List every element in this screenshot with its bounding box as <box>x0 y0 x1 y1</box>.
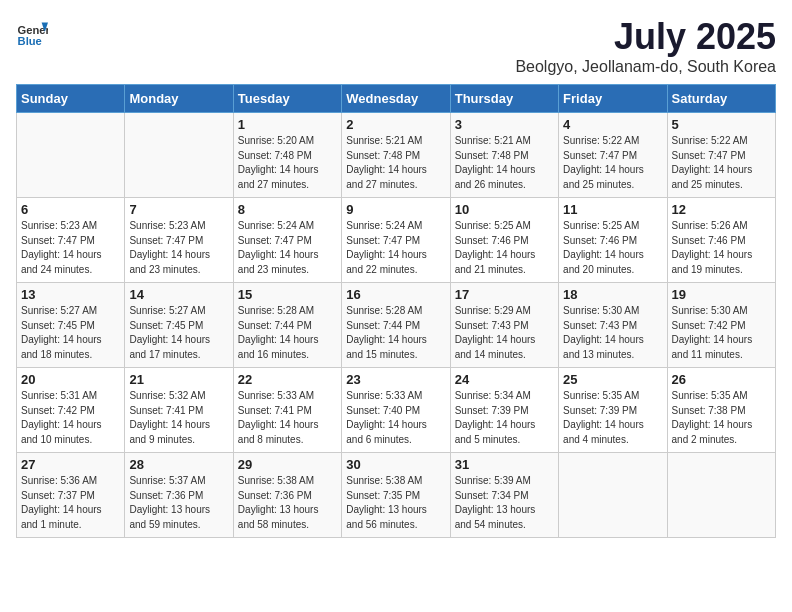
cell-info: Sunrise: 5:32 AM Sunset: 7:41 PM Dayligh… <box>129 389 228 447</box>
day-number: 29 <box>238 457 337 472</box>
calendar-table: SundayMondayTuesdayWednesdayThursdayFrid… <box>16 84 776 538</box>
cell-info: Sunrise: 5:27 AM Sunset: 7:45 PM Dayligh… <box>21 304 120 362</box>
day-number: 16 <box>346 287 445 302</box>
day-number: 5 <box>672 117 771 132</box>
day-header-saturday: Saturday <box>667 85 775 113</box>
cell-info: Sunrise: 5:30 AM Sunset: 7:43 PM Dayligh… <box>563 304 662 362</box>
calendar-cell: 19Sunrise: 5:30 AM Sunset: 7:42 PM Dayli… <box>667 283 775 368</box>
calendar-cell: 22Sunrise: 5:33 AM Sunset: 7:41 PM Dayli… <box>233 368 341 453</box>
day-number: 10 <box>455 202 554 217</box>
day-header-sunday: Sunday <box>17 85 125 113</box>
calendar-cell: 4Sunrise: 5:22 AM Sunset: 7:47 PM Daylig… <box>559 113 667 198</box>
calendar-cell: 29Sunrise: 5:38 AM Sunset: 7:36 PM Dayli… <box>233 453 341 538</box>
day-number: 1 <box>238 117 337 132</box>
cell-info: Sunrise: 5:23 AM Sunset: 7:47 PM Dayligh… <box>21 219 120 277</box>
cell-info: Sunrise: 5:21 AM Sunset: 7:48 PM Dayligh… <box>455 134 554 192</box>
day-number: 7 <box>129 202 228 217</box>
cell-info: Sunrise: 5:30 AM Sunset: 7:42 PM Dayligh… <box>672 304 771 362</box>
day-number: 6 <box>21 202 120 217</box>
main-title: July 2025 <box>515 16 776 58</box>
calendar-cell: 1Sunrise: 5:20 AM Sunset: 7:48 PM Daylig… <box>233 113 341 198</box>
day-number: 14 <box>129 287 228 302</box>
calendar-cell: 13Sunrise: 5:27 AM Sunset: 7:45 PM Dayli… <box>17 283 125 368</box>
calendar-cell: 2Sunrise: 5:21 AM Sunset: 7:48 PM Daylig… <box>342 113 450 198</box>
cell-info: Sunrise: 5:33 AM Sunset: 7:40 PM Dayligh… <box>346 389 445 447</box>
calendar-cell: 5Sunrise: 5:22 AM Sunset: 7:47 PM Daylig… <box>667 113 775 198</box>
cell-info: Sunrise: 5:25 AM Sunset: 7:46 PM Dayligh… <box>563 219 662 277</box>
calendar-cell: 28Sunrise: 5:37 AM Sunset: 7:36 PM Dayli… <box>125 453 233 538</box>
cell-info: Sunrise: 5:28 AM Sunset: 7:44 PM Dayligh… <box>238 304 337 362</box>
day-number: 17 <box>455 287 554 302</box>
day-number: 15 <box>238 287 337 302</box>
cell-info: Sunrise: 5:20 AM Sunset: 7:48 PM Dayligh… <box>238 134 337 192</box>
calendar-cell <box>17 113 125 198</box>
day-number: 20 <box>21 372 120 387</box>
calendar-cell: 27Sunrise: 5:36 AM Sunset: 7:37 PM Dayli… <box>17 453 125 538</box>
cell-info: Sunrise: 5:27 AM Sunset: 7:45 PM Dayligh… <box>129 304 228 362</box>
cell-info: Sunrise: 5:38 AM Sunset: 7:35 PM Dayligh… <box>346 474 445 532</box>
calendar-week-4: 20Sunrise: 5:31 AM Sunset: 7:42 PM Dayli… <box>17 368 776 453</box>
day-number: 31 <box>455 457 554 472</box>
day-number: 4 <box>563 117 662 132</box>
calendar-cell: 18Sunrise: 5:30 AM Sunset: 7:43 PM Dayli… <box>559 283 667 368</box>
day-number: 28 <box>129 457 228 472</box>
cell-info: Sunrise: 5:38 AM Sunset: 7:36 PM Dayligh… <box>238 474 337 532</box>
cell-info: Sunrise: 5:34 AM Sunset: 7:39 PM Dayligh… <box>455 389 554 447</box>
cell-info: Sunrise: 5:39 AM Sunset: 7:34 PM Dayligh… <box>455 474 554 532</box>
calendar-cell <box>559 453 667 538</box>
calendar-cell: 24Sunrise: 5:34 AM Sunset: 7:39 PM Dayli… <box>450 368 558 453</box>
calendar-cell: 3Sunrise: 5:21 AM Sunset: 7:48 PM Daylig… <box>450 113 558 198</box>
cell-info: Sunrise: 5:25 AM Sunset: 7:46 PM Dayligh… <box>455 219 554 277</box>
day-header-monday: Monday <box>125 85 233 113</box>
calendar-week-5: 27Sunrise: 5:36 AM Sunset: 7:37 PM Dayli… <box>17 453 776 538</box>
cell-info: Sunrise: 5:23 AM Sunset: 7:47 PM Dayligh… <box>129 219 228 277</box>
cell-info: Sunrise: 5:35 AM Sunset: 7:39 PM Dayligh… <box>563 389 662 447</box>
cell-info: Sunrise: 5:24 AM Sunset: 7:47 PM Dayligh… <box>238 219 337 277</box>
header: General Blue July 2025 Beolgyo, Jeollana… <box>16 16 776 76</box>
cell-info: Sunrise: 5:31 AM Sunset: 7:42 PM Dayligh… <box>21 389 120 447</box>
day-number: 9 <box>346 202 445 217</box>
calendar-cell: 25Sunrise: 5:35 AM Sunset: 7:39 PM Dayli… <box>559 368 667 453</box>
day-number: 8 <box>238 202 337 217</box>
calendar-week-1: 1Sunrise: 5:20 AM Sunset: 7:48 PM Daylig… <box>17 113 776 198</box>
cell-info: Sunrise: 5:21 AM Sunset: 7:48 PM Dayligh… <box>346 134 445 192</box>
calendar-cell: 26Sunrise: 5:35 AM Sunset: 7:38 PM Dayli… <box>667 368 775 453</box>
cell-info: Sunrise: 5:29 AM Sunset: 7:43 PM Dayligh… <box>455 304 554 362</box>
calendar-cell: 14Sunrise: 5:27 AM Sunset: 7:45 PM Dayli… <box>125 283 233 368</box>
cell-info: Sunrise: 5:33 AM Sunset: 7:41 PM Dayligh… <box>238 389 337 447</box>
cell-info: Sunrise: 5:22 AM Sunset: 7:47 PM Dayligh… <box>672 134 771 192</box>
cell-info: Sunrise: 5:24 AM Sunset: 7:47 PM Dayligh… <box>346 219 445 277</box>
cell-info: Sunrise: 5:26 AM Sunset: 7:46 PM Dayligh… <box>672 219 771 277</box>
calendar-cell <box>125 113 233 198</box>
calendar-cell: 30Sunrise: 5:38 AM Sunset: 7:35 PM Dayli… <box>342 453 450 538</box>
calendar-week-2: 6Sunrise: 5:23 AM Sunset: 7:47 PM Daylig… <box>17 198 776 283</box>
day-header-thursday: Thursday <box>450 85 558 113</box>
calendar-cell: 6Sunrise: 5:23 AM Sunset: 7:47 PM Daylig… <box>17 198 125 283</box>
day-number: 3 <box>455 117 554 132</box>
calendar-cell: 16Sunrise: 5:28 AM Sunset: 7:44 PM Dayli… <box>342 283 450 368</box>
day-number: 26 <box>672 372 771 387</box>
calendar-cell: 9Sunrise: 5:24 AM Sunset: 7:47 PM Daylig… <box>342 198 450 283</box>
day-number: 2 <box>346 117 445 132</box>
calendar-cell: 11Sunrise: 5:25 AM Sunset: 7:46 PM Dayli… <box>559 198 667 283</box>
logo: General Blue <box>16 16 48 48</box>
calendar-cell: 20Sunrise: 5:31 AM Sunset: 7:42 PM Dayli… <box>17 368 125 453</box>
calendar-cell: 7Sunrise: 5:23 AM Sunset: 7:47 PM Daylig… <box>125 198 233 283</box>
day-number: 27 <box>21 457 120 472</box>
cell-info: Sunrise: 5:37 AM Sunset: 7:36 PM Dayligh… <box>129 474 228 532</box>
cell-info: Sunrise: 5:35 AM Sunset: 7:38 PM Dayligh… <box>672 389 771 447</box>
day-number: 25 <box>563 372 662 387</box>
day-header-tuesday: Tuesday <box>233 85 341 113</box>
day-number: 22 <box>238 372 337 387</box>
svg-text:Blue: Blue <box>18 35 42 47</box>
day-number: 21 <box>129 372 228 387</box>
day-number: 11 <box>563 202 662 217</box>
day-header-wednesday: Wednesday <box>342 85 450 113</box>
calendar-cell: 15Sunrise: 5:28 AM Sunset: 7:44 PM Dayli… <box>233 283 341 368</box>
calendar-cell: 8Sunrise: 5:24 AM Sunset: 7:47 PM Daylig… <box>233 198 341 283</box>
calendar-cell: 10Sunrise: 5:25 AM Sunset: 7:46 PM Dayli… <box>450 198 558 283</box>
title-area: July 2025 Beolgyo, Jeollanam-do, South K… <box>515 16 776 76</box>
day-number: 13 <box>21 287 120 302</box>
day-number: 24 <box>455 372 554 387</box>
day-number: 19 <box>672 287 771 302</box>
